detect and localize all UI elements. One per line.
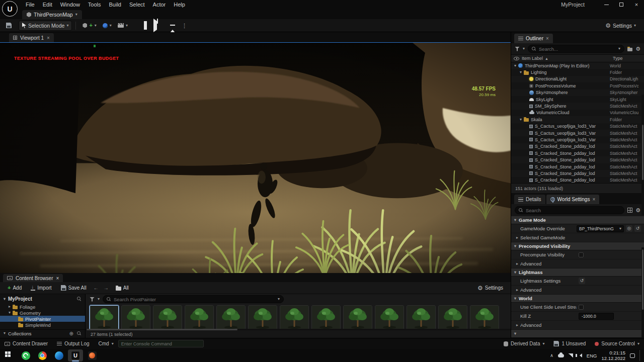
asset-thumbnail[interactable]: [311, 305, 341, 329]
checkbox[interactable]: [579, 252, 584, 257]
outliner-row[interactable]: ▸S_Cactus_ueopfjiga_lod3_VarStaticMeshAc…: [511, 136, 644, 143]
gamemode-override-dropdown[interactable]: BP_ThirdPersonG▾: [577, 225, 624, 232]
forward-button[interactable]: →: [102, 284, 110, 292]
browse-icon[interactable]: ◎: [626, 225, 632, 232]
tab-world-settings[interactable]: World Settings ×: [546, 195, 600, 204]
outliner-row[interactable]: ▸SkyLightSkyLight: [511, 96, 644, 103]
outliner-row[interactable]: ▸S_Cracked_Stone_pdday_lodStaticMeshAct: [511, 163, 644, 170]
tab-thirdpersonmap[interactable]: ThirdPersonMap ▾: [22, 10, 82, 19]
collections-row[interactable]: ▾ Collections ⊕: [0, 329, 85, 337]
back-button[interactable]: ←: [92, 284, 100, 292]
frame-skip-button[interactable]: [153, 21, 157, 30]
save-all-button[interactable]: Save All: [57, 284, 90, 292]
filter-icon[interactable]: [515, 47, 520, 51]
outliner-scrollbar[interactable]: [641, 95, 644, 215]
item-label-column[interactable]: Item Label ▲: [522, 56, 613, 61]
add-actor-button[interactable]: +▾: [79, 21, 99, 30]
gear-icon[interactable]: ⚙: [635, 46, 640, 52]
close-button[interactable]: ×: [629, 0, 644, 9]
outliner-row[interactable]: ▾ThirdPersonMap (Play In Editor)World: [511, 62, 644, 69]
close-icon[interactable]: ×: [546, 36, 549, 41]
import-button[interactable]: Import: [27, 284, 55, 292]
new-folder-icon[interactable]: [627, 48, 632, 51]
pause-button[interactable]: [144, 21, 147, 30]
property-row[interactable]: ▸Selected GameMode: [511, 233, 644, 242]
chevron-right-icon[interactable]: ▸: [9, 305, 11, 309]
tab-viewport-1[interactable]: Viewport 1 ×: [9, 33, 54, 42]
sources-root[interactable]: ▾ MyProject: [0, 294, 85, 304]
show-desktop-button[interactable]: [639, 350, 641, 361]
property-row[interactable]: ▸Advanced: [511, 321, 644, 330]
search-icon[interactable]: [77, 331, 82, 336]
outliner-row[interactable]: ▸SkyAtmosphereSkyAtmospher: [511, 89, 644, 96]
menu-tools[interactable]: Tools: [85, 1, 105, 9]
search-icon[interactable]: [77, 297, 82, 301]
brave-icon[interactable]: [85, 349, 100, 361]
folder-tree-item-geometry[interactable]: ▾Geometry: [0, 310, 85, 316]
close-icon[interactable]: ×: [56, 276, 59, 281]
volume-icon[interactable]: [580, 353, 582, 357]
reset-icon[interactable]: ↺: [634, 225, 641, 232]
chevron-down-icon[interactable]: ▾: [9, 311, 11, 315]
menu-help[interactable]: Help: [170, 1, 189, 9]
property-row[interactable]: ▸GameMode OverrideBP_ThirdPersonG▾◎↺: [511, 224, 644, 233]
edge-icon[interactable]: [51, 349, 66, 361]
outliner-row[interactable]: ▾SkalaFolder: [511, 116, 644, 123]
reset-icon[interactable]: ↺: [579, 278, 585, 284]
outliner-row[interactable]: ▸VolumetricCloudVolumetricClou: [511, 110, 644, 116]
eye-icon[interactable]: [514, 57, 519, 60]
unsaved-button[interactable]: 1 Unsaved: [549, 341, 590, 346]
cmd-dropdown[interactable]: Cmd▾: [94, 338, 118, 349]
onedrive-icon[interactable]: [558, 354, 564, 357]
whatsapp-icon[interactable]: [18, 349, 33, 361]
selection-mode-dropdown[interactable]: Selection Mode ▾: [19, 21, 72, 31]
chevron-down-icon[interactable]: ▾: [520, 70, 522, 74]
cinematics-button[interactable]: ▾: [115, 22, 131, 29]
asset-thumbnail[interactable]: [185, 305, 214, 329]
property-row[interactable]: ▸Precompute Visibility: [511, 250, 644, 259]
checkbox[interactable]: [579, 305, 584, 310]
category-header[interactable]: ▾: [511, 330, 644, 338]
output-log-button[interactable]: Output Log: [52, 338, 94, 349]
property-row[interactable]: ▸Advanced: [511, 286, 644, 295]
scrollbar-thumb[interactable]: [642, 125, 643, 180]
asset-thumbnail[interactable]: [343, 305, 372, 329]
property-row[interactable]: ▸Kill Z-1000.0: [511, 312, 644, 321]
notification-center-icon[interactable]: [630, 353, 635, 358]
scrollbar-thumb[interactable]: [87, 329, 237, 330]
chevron-down-icon[interactable]: ▾: [4, 331, 6, 335]
chrome-icon[interactable]: [35, 349, 50, 361]
asset-thumbnail[interactable]: [470, 305, 499, 329]
world-settings-search-input[interactable]: [526, 208, 620, 213]
tab-details[interactable]: Details: [514, 195, 545, 204]
outliner-row[interactable]: ▸S_Cracked_Stone_pdday_lodStaticMeshAct: [511, 156, 644, 163]
asset-thumbnail[interactable]: [280, 305, 309, 329]
chevron-down-icon[interactable]: ▾: [520, 118, 522, 122]
blueprints-button[interactable]: ▾: [100, 22, 115, 30]
category-header[interactable]: ▾Precomputed Visibility: [511, 242, 644, 250]
asset-thumbnail[interactable]: [438, 305, 467, 329]
outliner-row[interactable]: ▸S_Cactus_ueopfjiga_lod3_VarStaticMeshAc…: [511, 123, 644, 130]
asset-search-input[interactable]: [114, 297, 275, 302]
chevron-down-icon[interactable]: ▾: [523, 47, 525, 51]
filter-icon[interactable]: [90, 297, 95, 302]
asset-thumbnail[interactable]: [375, 305, 404, 329]
asset-grid-scrollbar[interactable]: [86, 329, 511, 330]
maximize-button[interactable]: [614, 0, 629, 9]
tab-outliner[interactable]: Outliner ×: [514, 34, 553, 43]
asset-thumbnail[interactable]: [407, 305, 436, 329]
chevron-down-icon[interactable]: ▾: [278, 297, 280, 301]
display-filter-icon[interactable]: [627, 208, 632, 213]
close-icon[interactable]: ×: [47, 35, 50, 41]
outliner-row[interactable]: ▸DirectionalLightDirectionalLigh: [511, 76, 644, 82]
property-row[interactable]: ▸Use Client Side Level Streamin: [511, 303, 644, 312]
property-row[interactable]: ▸Advanced: [511, 259, 644, 268]
folder-tree-item-pivotpainter[interactable]: ▸PivotPainter: [0, 316, 85, 322]
world-settings-search[interactable]: [515, 206, 624, 214]
menu-build[interactable]: Build: [106, 1, 125, 9]
outliner-row[interactable]: ▸S_Cracked_Stone_pdday_lodStaticMeshAct: [511, 170, 644, 176]
asset-thumbnail[interactable]: [153, 305, 182, 329]
outliner-row[interactable]: ▸S_Cactus_ueopfjiga_lod3_VarStaticMeshAc…: [511, 130, 644, 136]
eject-button[interactable]: [170, 21, 175, 30]
save-button[interactable]: [3, 21, 15, 30]
